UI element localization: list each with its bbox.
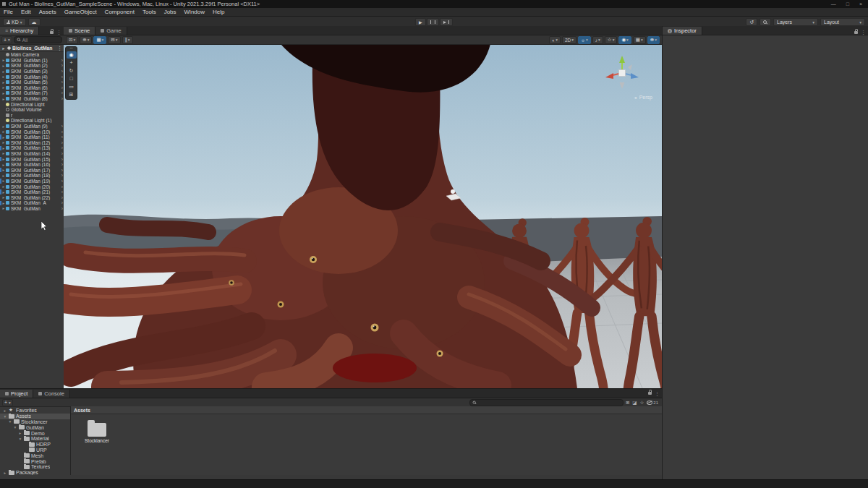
expand-arrow-icon[interactable] — [8, 419, 12, 424]
folder-tree-item[interactable]: Demo — [0, 430, 70, 436]
global-search-button[interactable] — [760, 18, 771, 26]
create-asset-button[interactable]: +▾ — [2, 399, 13, 406]
menu-item[interactable]: Component — [105, 9, 135, 15]
scene-toolbar-button[interactable]: ∥ — [122, 36, 133, 44]
hierarchy-item[interactable]: Directional Light (1) › — [0, 118, 64, 124]
lock-icon[interactable] — [50, 31, 54, 34]
hierarchy-item[interactable]: SKM_GutMan (6) › — [0, 85, 64, 91]
undo-history-button[interactable]: ↺ — [746, 18, 757, 26]
tool-button[interactable]: + — [67, 59, 77, 67]
folder-tree-item[interactable]: GutMan — [0, 424, 70, 430]
menu-item[interactable]: File — [4, 9, 13, 15]
folder-tree-item[interactable]: Favorites — [0, 408, 70, 414]
layout-dropdown[interactable]: Layout ▾ — [820, 18, 865, 26]
project-search-input[interactable] — [469, 399, 624, 406]
hierarchy-item[interactable]: SKM_GutMan (15) › — [0, 156, 64, 162]
hierarchy-item[interactable]: SKM_GutMan (4) › — [0, 74, 64, 80]
persp-label[interactable]: ◄ Persp — [634, 95, 652, 100]
folder-tree-item[interactable]: Assets — [0, 414, 70, 419]
expand-arrow-icon[interactable] — [1, 46, 6, 51]
hierarchy-item[interactable]: SKM_GutMan (20) › — [0, 184, 64, 189]
expand-arrow-icon[interactable] — [18, 437, 22, 441]
folder-tree-item[interactable]: Textures — [0, 464, 70, 470]
scene-toolbar-button[interactable]: ⊡ — [66, 36, 78, 44]
search-by-type-icon[interactable]: ⊞ — [626, 400, 629, 406]
hierarchy-item[interactable]: SKM_GutMan_A › — [0, 200, 64, 206]
scene-viewport[interactable]: ••• ◉ + ↻ — [64, 44, 662, 388]
hierarchy-item[interactable]: SKM_GutMan (9) › — [0, 124, 64, 129]
hierarchy-item[interactable]: SKM_GutMan (1) › — [0, 58, 64, 64]
scene-toolbar-button[interactable]: ☼ — [578, 36, 591, 44]
scene-toolbar-button[interactable]: ◉ — [618, 36, 631, 44]
expand-arrow-icon[interactable] — [18, 431, 22, 435]
tab-inspector[interactable]: i Inspector — [663, 27, 702, 35]
view-tab[interactable]: Scene — [64, 27, 95, 35]
scene-toolbar-button[interactable]: ◐ — [549, 36, 561, 44]
tab-hierarchy[interactable]: ≡ Hierarchy — [0, 27, 39, 35]
tool-button[interactable]: ▭ — [67, 83, 77, 91]
hierarchy-item[interactable]: SKM_GutMan (7) › — [0, 90, 64, 96]
hierarchy-item[interactable]: SKM_GutMan (11) › — [0, 134, 64, 140]
tool-button[interactable]: ↻ — [67, 67, 77, 75]
hierarchy-item[interactable]: Directional Light › — [0, 101, 64, 107]
scene-toolbar-button[interactable]: ▦ — [93, 36, 106, 44]
hierarchy-item[interactable]: SKM_GutMan (2) › — [0, 63, 64, 69]
hierarchy-item[interactable]: Global Volume › — [0, 107, 64, 113]
expand-arrow-icon[interactable] — [3, 408, 7, 413]
account-button[interactable]: KD ▾ — [3, 18, 26, 26]
scene-toolbar-button[interactable]: ▦ — [633, 36, 646, 44]
create-object-button[interactable]: +▾ — [1, 36, 12, 43]
folder-tree-item[interactable]: URP — [0, 448, 70, 453]
asset-item[interactable]: Stocklancer — [81, 423, 113, 443]
hierarchy-item[interactable]: SKM_GutMan (3) › — [0, 69, 64, 74]
hierarchy-item[interactable]: SKM_GutMan (21) › — [0, 189, 64, 195]
minimize-button[interactable]: — — [831, 1, 836, 7]
bottom-tab[interactable]: Console — [33, 390, 70, 398]
play-button[interactable]: ▶ — [415, 18, 426, 26]
panel-menu-icon[interactable]: ⋮ — [861, 30, 866, 35]
hierarchy-item[interactable]: SKM_GutMan › — [0, 206, 64, 212]
save-search-icon[interactable]: ☆ — [639, 400, 644, 406]
folder-tree-item[interactable]: Packages — [0, 470, 70, 475]
menu-item[interactable]: Window — [184, 9, 205, 15]
hierarchy-item[interactable]: SKM_GutMan (14) › — [0, 151, 64, 157]
hierarchy-item[interactable]: SKM_GutMan (16) › — [0, 162, 64, 168]
expand-arrow-icon[interactable] — [3, 471, 7, 475]
folder-tree-item[interactable]: Prefab — [0, 458, 70, 464]
hierarchy-item[interactable]: SKM_GutMan (22) › — [0, 194, 64, 200]
lock-icon[interactable] — [648, 392, 652, 395]
menu-item[interactable]: Jobs — [164, 9, 176, 15]
layers-dropdown[interactable]: Layers ▾ — [773, 18, 818, 26]
hierarchy-item[interactable]: SKM_GutMan (17) › — [0, 167, 64, 173]
cloud-button[interactable]: ☁ — [28, 18, 41, 26]
pause-button[interactable] — [427, 18, 439, 26]
tool-button[interactable]: □ — [67, 75, 77, 83]
hierarchy-item[interactable]: SKM_GutMan (8) › — [0, 96, 64, 102]
step-button[interactable] — [440, 18, 454, 26]
menu-item[interactable]: Assets — [39, 9, 56, 15]
hierarchy-item[interactable]: r › — [0, 113, 64, 119]
scene-menu-icon[interactable]: ⋮ — [57, 46, 62, 51]
tool-button[interactable]: ⊞ — [67, 91, 77, 99]
scene-toolbar-button[interactable]: ⊟ — [108, 36, 120, 44]
expand-arrow-icon[interactable] — [3, 414, 7, 419]
scene-toolbar-button[interactable]: ⊕ — [647, 36, 660, 44]
hierarchy-item[interactable]: SKM_GutMan (13) › — [0, 145, 64, 151]
maximize-button[interactable]: □ — [846, 1, 849, 7]
scene-toolbar-button[interactable]: 2D — [562, 36, 576, 44]
scene-toolbar-button[interactable]: ♪ — [592, 36, 603, 44]
hierarchy-item[interactable]: SKM_GutMan (10) › — [0, 129, 64, 134]
scene-toolbar-button[interactable]: ☆ — [605, 36, 618, 44]
folder-tree-item[interactable]: Mesh — [0, 453, 70, 458]
panel-menu-icon[interactable]: ⋮ — [655, 391, 660, 396]
panel-menu-icon[interactable]: ⋮ — [56, 30, 61, 35]
hierarchy-item[interactable]: SKM_GutMan (18) › — [0, 173, 64, 179]
view-tab[interactable]: Game — [95, 27, 127, 35]
scene-root-row[interactable]: Biolines_GutMan ⋮ — [0, 45, 64, 52]
folder-tree-item[interactable]: HDRP — [0, 442, 70, 448]
expand-arrow-icon[interactable] — [13, 425, 17, 429]
hierarchy-item[interactable]: SKM_GutMan (12) › — [0, 140, 64, 146]
menu-item[interactable]: Help — [213, 9, 224, 15]
folder-tree-item[interactable]: Material — [0, 436, 70, 442]
menu-item[interactable]: Edit — [21, 9, 31, 15]
